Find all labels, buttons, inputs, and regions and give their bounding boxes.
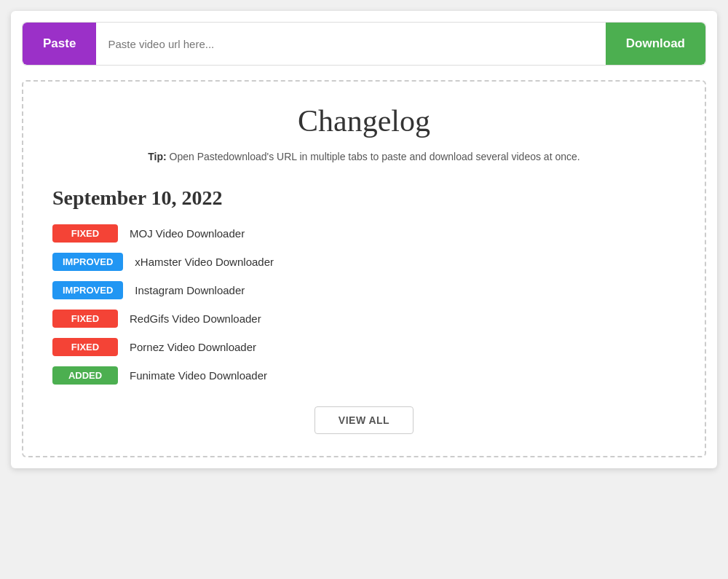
badge-fixed: FIXED [52,338,118,356]
badge-improved: IMPROVED [52,253,123,271]
list-item: FIXEDMOJ Video Downloader [52,224,676,243]
tip-body: Open Pastedownload's URL in multiple tab… [167,151,580,162]
item-label: Funimate Video Downloader [130,369,267,382]
list-item: FIXEDPornez Video Downloader [52,338,676,356]
badge-added: ADDED [52,366,118,385]
item-label: RedGifs Video Downloader [130,312,261,325]
paste-button[interactable]: Paste [23,23,96,65]
changelog-list: FIXEDMOJ Video DownloaderIMPROVEDxHamste… [52,224,676,385]
tip-text: Tip: Open Pastedownload's URL in multipl… [52,149,676,165]
date-heading: September 10, 2022 [52,186,676,210]
list-item: ADDEDFunimate Video Downloader [52,366,676,385]
page-wrapper: Paste Download Changelog Tip: Open Paste… [11,11,717,468]
list-item: IMPROVEDxHamster Video Downloader [52,253,676,271]
url-bar: Paste Download [22,22,706,66]
item-label: xHamster Video Downloader [135,256,274,268]
download-button[interactable]: Download [606,23,705,65]
item-label: Pornez Video Downloader [130,341,256,353]
view-all-button[interactable]: VIEW ALL [314,406,414,434]
badge-fixed: FIXED [52,224,118,243]
list-item: IMPROVEDInstagram Downloader [52,281,676,299]
item-label: Instagram Downloader [135,284,245,296]
item-label: MOJ Video Downloader [130,227,245,240]
changelog-title: Changelog [52,103,676,138]
tip-prefix: Tip: [148,151,166,162]
url-input[interactable] [96,23,605,65]
list-item: FIXEDRedGifs Video Downloader [52,310,676,328]
badge-improved: IMPROVED [52,281,123,299]
changelog-section: Changelog Tip: Open Pastedownload's URL … [22,80,706,457]
badge-fixed: FIXED [52,310,118,328]
